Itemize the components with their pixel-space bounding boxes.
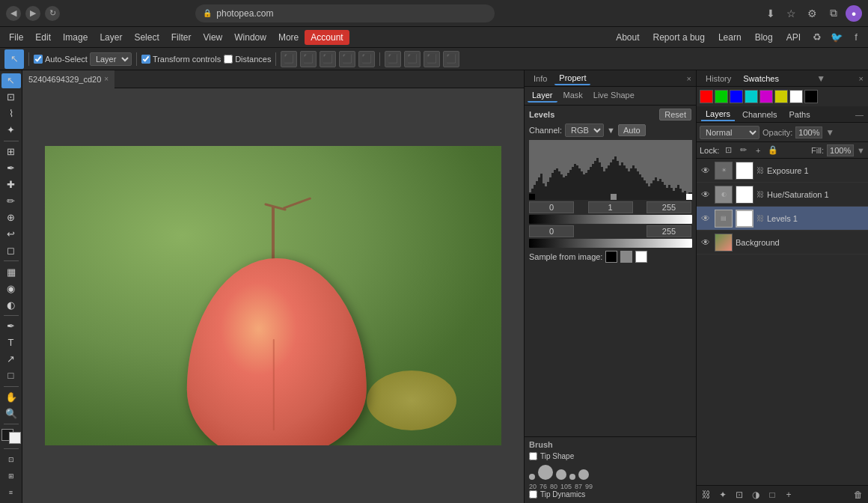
star-icon[interactable]: ☆	[783, 4, 801, 22]
menu-view[interactable]: View	[197, 30, 228, 45]
url-bar[interactable]: 🔒 photopea.com	[195, 4, 495, 22]
social-icon-2[interactable]: 🐦	[828, 28, 846, 46]
input-black-point[interactable]	[529, 201, 574, 213]
swatch-white[interactable]	[789, 90, 803, 103]
quick-mask-btn[interactable]: ⊡	[1, 452, 21, 467]
swatch-yellow[interactable]	[774, 90, 788, 103]
new-group-btn[interactable]: □	[765, 488, 779, 502]
input-gradient-slider[interactable]	[529, 215, 692, 224]
opacity-arrow[interactable]: ▼	[825, 127, 834, 138]
swatch-blue[interactable]	[730, 90, 743, 103]
menu-window[interactable]: Window	[228, 30, 272, 45]
output-white-point[interactable]	[647, 225, 691, 237]
social-icon-1[interactable]: ♻	[808, 28, 826, 46]
reset-button[interactable]: Reset	[659, 109, 691, 121]
background-color[interactable]	[9, 432, 21, 444]
input-white-point[interactable]	[647, 201, 691, 213]
sample-black-swatch[interactable]	[605, 251, 617, 263]
menu-account[interactable]: Account	[305, 30, 349, 45]
menu-layer[interactable]: Layer	[94, 30, 128, 45]
layer-item-hue[interactable]: 👁 ◐ ⛓ Hue/Saturation 1	[697, 183, 868, 207]
tab-swatches[interactable]: Swatches	[739, 73, 783, 85]
dodge-tool[interactable]: ◐	[1, 297, 21, 312]
settings-icon[interactable]: ⚙	[804, 4, 822, 22]
channel-select[interactable]: RGB	[565, 124, 604, 137]
layer-select[interactable]: Layer	[90, 52, 132, 66]
tab-layer[interactable]: Layer	[528, 89, 557, 103]
adjustment-layer-btn[interactable]: ◑	[749, 488, 762, 502]
menu-file[interactable]: File	[3, 30, 29, 45]
gradient-tool[interactable]: ▦	[1, 264, 21, 279]
menu-filter[interactable]: Filter	[165, 30, 198, 45]
swatch-green[interactable]	[715, 90, 728, 103]
selection-tool[interactable]: ⊡	[1, 90, 21, 105]
menu-edit[interactable]: Edit	[29, 30, 57, 45]
brush-tool[interactable]: ✏	[1, 194, 21, 209]
swatches-arrow[interactable]: ▼	[816, 73, 825, 84]
distances-checkbox[interactable]	[224, 55, 233, 64]
align-top-button[interactable]: ⬛	[339, 51, 355, 67]
swatch-black[interactable]	[804, 90, 818, 103]
shape-tool[interactable]: □	[1, 368, 21, 383]
lock-transparent-btn[interactable]: ⊡	[722, 144, 734, 156]
input-midpoint[interactable]	[588, 201, 633, 213]
transform-controls-checkbox[interactable]	[141, 55, 150, 64]
menu-blog[interactable]: Blog	[749, 30, 779, 45]
tip-dynamics-checkbox[interactable]	[529, 490, 537, 499]
download-icon[interactable]: ⬇	[762, 4, 780, 22]
auto-button[interactable]: Auto	[618, 124, 646, 136]
swatch-red[interactable]	[700, 90, 713, 103]
tab-paths[interactable]: Paths	[785, 109, 815, 121]
move-tool-button[interactable]: ↖	[4, 49, 24, 69]
menu-learn[interactable]: Learn	[712, 30, 748, 45]
swatches-close[interactable]: ×	[859, 74, 864, 83]
back-button[interactable]: ◀	[6, 6, 21, 21]
tab-mask[interactable]: Mask	[559, 89, 587, 103]
refresh-button[interactable]: ↻	[45, 6, 60, 21]
path-selection-tool[interactable]: ↗	[1, 352, 21, 367]
fill-input[interactable]	[827, 144, 854, 156]
histogram-left-handle[interactable]	[529, 194, 535, 200]
history-brush-tool[interactable]: ↩	[1, 226, 21, 241]
lock-position-btn[interactable]: +	[752, 144, 764, 156]
heal-tool[interactable]: ✚	[1, 177, 21, 192]
histogram-mid-handle[interactable]	[611, 194, 617, 200]
properties-panel-close[interactable]: ×	[687, 74, 691, 83]
output-black-point[interactable]	[529, 225, 574, 237]
lock-all-btn[interactable]: 🔒	[767, 144, 779, 156]
menu-image[interactable]: Image	[57, 30, 94, 45]
more-transform-button[interactable]: ⬛	[424, 51, 440, 67]
tab-close-button[interactable]: ×	[104, 75, 109, 83]
swatch-cyan[interactable]	[745, 90, 758, 103]
magic-wand-tool[interactable]: ✦	[1, 123, 21, 138]
canvas-container[interactable]	[22, 88, 524, 503]
text-tool[interactable]: T	[1, 335, 21, 350]
extensions-icon[interactable]: ⧉	[825, 4, 843, 22]
blend-mode-select[interactable]: Normal	[700, 126, 760, 139]
layer-item-exposure[interactable]: 👁 ☀ ⛓ Exposure 1	[697, 159, 868, 183]
tab-layers[interactable]: Layers	[701, 108, 735, 121]
tab-properties[interactable]: Propert	[554, 72, 590, 85]
hand-tool[interactable]: ✋	[1, 390, 21, 405]
menu-api[interactable]: API	[780, 30, 807, 45]
menu-about[interactable]: About	[610, 30, 645, 45]
align-right-button[interactable]: ⬛	[320, 51, 336, 67]
blur-tool[interactable]: ◉	[1, 281, 21, 296]
lasso-tool[interactable]: ⌇	[1, 106, 21, 121]
tab-history[interactable]: History	[701, 73, 736, 85]
fill-arrow[interactable]: ▼	[857, 146, 865, 155]
link-layers-btn[interactable]: ⛓	[700, 488, 713, 502]
tab-live-shape[interactable]: Live Shape	[589, 89, 639, 103]
sample-gray-swatch[interactable]	[620, 251, 632, 263]
screen-mode-btn[interactable]: ⊞	[1, 469, 21, 484]
move-tool[interactable]: ↖	[1, 73, 21, 88]
distribute-button[interactable]: ⬛	[358, 51, 375, 67]
sample-white-swatch[interactable]	[635, 251, 647, 263]
color-swatches[interactable]	[1, 429, 21, 444]
layer-mask-btn[interactable]: ⊡	[733, 488, 746, 502]
layer-visibility-hue[interactable]: 👁	[700, 189, 712, 201]
new-layer-btn[interactable]: +	[782, 488, 795, 502]
layer-visibility-background[interactable]: 👁	[700, 237, 712, 249]
eyedropper-tool[interactable]: ✒	[1, 161, 21, 176]
layer-item-levels[interactable]: 👁 ▤ ⛓ Levels 1	[697, 207, 868, 231]
